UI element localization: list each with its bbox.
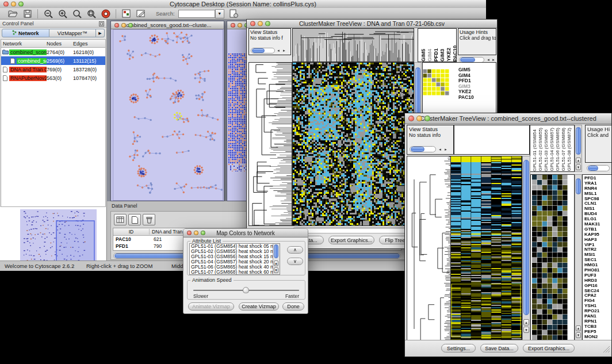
gene-label[interactable]: BUD4 — [584, 211, 611, 216]
treeview1-hscrollbar[interactable] — [292, 227, 413, 233]
help-lifering-icon[interactable] — [100, 8, 112, 19]
zoom-fit-icon[interactable] — [71, 8, 83, 19]
gene-label[interactable]: PAN1 — [584, 313, 611, 319]
treeview2-heatmap[interactable] — [450, 156, 522, 341]
tab-vizmapper[interactable]: VizMapper™ — [49, 29, 97, 37]
treeview1-titlebar[interactable]: ClusterMaker TreeView : DNA and Tran 07-… — [247, 20, 497, 28]
column-nodes[interactable]: Nodes — [47, 41, 73, 47]
attribute-item[interactable]: GPL51-07 (GSM868) heat shock 60 min — [191, 270, 280, 275]
scroll-up-icon[interactable]: ▲ — [576, 158, 581, 163]
gene-label[interactable]: PEP5 — [584, 329, 611, 334]
gene-label[interactable]: RPO21 — [584, 308, 611, 313]
gene-label[interactable]: SEC1 — [584, 257, 611, 262]
scroll-right-icon[interactable]: ► — [444, 147, 447, 152]
scroll-up-icon[interactable]: ▲ — [576, 325, 581, 331]
array-column-label[interactable]: GPL51-01 (GSM854 — [532, 129, 537, 171]
array-column-label[interactable]: GIM3 — [439, 49, 445, 62]
gene-label[interactable]: PAC10 — [458, 95, 474, 101]
gene-label[interactable]: PHO81 — [584, 267, 611, 273]
export-graphics-button[interactable]: Export Graphics... — [328, 236, 374, 244]
zoom-in-icon[interactable] — [56, 8, 68, 19]
gene-label[interactable]: GTB1 — [584, 227, 611, 232]
treeview1-row-dendrogram[interactable] — [248, 62, 292, 226]
listbox-vscrollbar[interactable]: ▲ ▼ — [273, 244, 280, 274]
done-button[interactable]: Done — [282, 302, 304, 311]
gene-label[interactable]: ELG1 — [584, 216, 611, 221]
view-status-scrollbar[interactable] — [251, 48, 275, 53]
treeview2-labels-vscrollbar[interactable]: ▲ ▼ — [575, 125, 582, 172]
treeview2-vscrollbar[interactable]: ▲ ▼ — [522, 156, 530, 341]
gene-label[interactable]: MON2 — [584, 334, 611, 339]
save-icon[interactable] — [21, 8, 33, 19]
cytopanel-icon[interactable] — [120, 8, 132, 19]
close-icon[interactable] — [187, 231, 192, 235]
gene-label[interactable]: CLN1 — [584, 201, 611, 206]
main-window-controls[interactable] — [3, 2, 24, 7]
main-titlebar[interactable]: Cytoscape Desktop (Session Name: collins… — [0, 0, 486, 9]
gene-label[interactable]: HRD3 — [584, 278, 611, 283]
treeview2-row-dendrogram[interactable] — [407, 156, 451, 341]
gene-label[interactable]: YRA1 — [584, 181, 611, 186]
gene-label[interactable]: FIG4 — [584, 298, 611, 303]
gene-label[interactable]: SPC98 — [584, 196, 611, 201]
dialog-titlebar[interactable]: Map Colors to Network — [183, 229, 308, 237]
animation-slider[interactable] — [193, 288, 299, 293]
float-panel-icon[interactable] — [99, 18, 104, 29]
annotation-icon[interactable] — [135, 8, 147, 19]
attribute-item[interactable]: GPL51-03 (GSM856) heat shock 15 min — [191, 254, 280, 259]
network-view-titlebar[interactable]: combined_scores_good.txt--cluste... — [111, 21, 224, 29]
gene-label[interactable]: MAK31 — [584, 221, 611, 227]
attribute-listbox[interactable]: GPL51-01 (GSM854) heat shock 05 minGPL51… — [189, 243, 280, 275]
zoom-selected-icon[interactable] — [85, 8, 97, 19]
array-column-label[interactable]: GPL51-03 (GSM856 — [544, 129, 549, 171]
gene-label[interactable]: YSH1 — [584, 303, 611, 308]
array-column-label[interactable]: PAC10 — [452, 45, 458, 62]
dense-network-canvas[interactable] — [228, 53, 248, 171]
gene-label[interactable]: PFD1 — [584, 175, 611, 181]
tv1-heatmap-canvas[interactable] — [293, 63, 414, 225]
network-row[interactable]: DNA and Tran 07 769(0) 183728(0) — [1, 65, 105, 74]
minimize-icon[interactable] — [416, 116, 422, 121]
gene-label[interactable]: RNR4 — [584, 186, 611, 191]
column-network[interactable]: Network — [1, 41, 47, 47]
gene-label[interactable]: NIS1 — [584, 206, 611, 211]
tv2-detail-canvas[interactable] — [532, 175, 568, 340]
minimize-icon[interactable] — [194, 231, 198, 235]
gene-label[interactable]: KAP95 — [584, 232, 611, 237]
close-icon[interactable] — [3, 2, 9, 7]
gene-label[interactable]: RPN1 — [584, 319, 611, 324]
array-column-label[interactable]: PFD1 — [433, 48, 439, 62]
tab-overflow-button[interactable]: ▶ — [96, 29, 105, 37]
scroll-down-icon[interactable]: ▼ — [523, 327, 529, 333]
search-options-icon[interactable] — [228, 8, 240, 19]
slider-thumb[interactable] — [243, 287, 249, 293]
scroll-up-icon[interactable]: ▲ — [274, 260, 278, 266]
tv1-correlation-matrix-canvas[interactable] — [423, 69, 449, 95]
treeview2-gene-vscrollbar[interactable]: ▲ ▼ — [575, 174, 582, 341]
gene-label[interactable]: GPI16 — [584, 283, 611, 288]
attribute-item[interactable]: GPL51-04 (GSM857) heat shock 20 min — [191, 259, 280, 265]
column-id[interactable]: ID — [113, 229, 150, 235]
scroll-down-icon[interactable]: ▼ — [274, 267, 278, 273]
attribute-item[interactable]: GPL51-06 (GSM865) heat shock 40 min — [191, 265, 280, 270]
gene-label[interactable]: HAP3 — [584, 237, 611, 242]
gene-label[interactable]: TCB3 — [584, 324, 611, 329]
zoom-out-icon[interactable] — [42, 8, 54, 19]
scroll-left-icon[interactable]: ◄ — [277, 48, 280, 53]
resize-grip[interactable] — [602, 345, 610, 355]
scroll-down-icon[interactable]: ▼ — [576, 164, 581, 170]
delete-attribute-icon[interactable] — [143, 214, 155, 225]
column-edges[interactable]: Edges — [73, 41, 105, 47]
scroll-down-icon[interactable]: ▼ — [576, 332, 581, 338]
array-column-label[interactable]: YKE2 — [446, 48, 452, 62]
open-file-icon[interactable] — [7, 8, 19, 19]
overview-canvas[interactable] — [20, 209, 97, 262]
attribute-item[interactable]: GPL51-01 (GSM854) heat shock 05 min — [191, 244, 280, 249]
search-input[interactable] — [178, 10, 215, 18]
minimize-icon[interactable] — [238, 23, 242, 28]
zoom-icon[interactable] — [424, 116, 430, 121]
move-down-button[interactable]: ∨ — [287, 258, 303, 265]
gene-label[interactable]: PUF3 — [584, 273, 611, 278]
array-column-label[interactable]: GIM4 — [427, 49, 433, 62]
array-column-label[interactable]: GPL51-04 (GSM857) — [549, 128, 554, 171]
